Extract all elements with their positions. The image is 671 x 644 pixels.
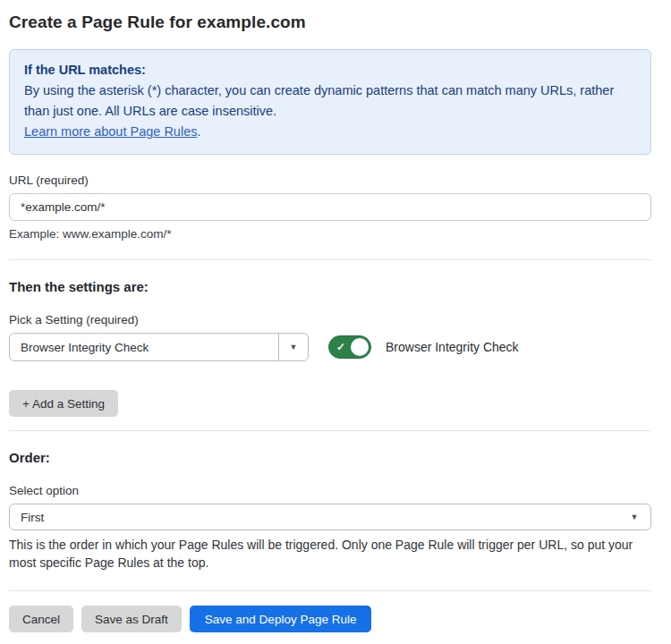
toggle-knob — [351, 338, 369, 356]
setting-row: Browser Integrity Check ▼ ✓ Browser Inte… — [9, 333, 651, 361]
save-as-draft-button[interactable]: Save as Draft — [81, 606, 182, 632]
page-title: Create a Page Rule for example.com — [9, 13, 651, 32]
check-icon: ✓ — [336, 342, 345, 352]
url-match-info-box: If the URL matches: By using the asteris… — [9, 49, 651, 155]
setting-select-value: Browser Integrity Check — [10, 334, 278, 360]
order-select[interactable]: First ▼ — [9, 504, 651, 530]
settings-section-heading: Then the settings are: — [9, 279, 651, 294]
setting-select[interactable]: Browser Integrity Check ▼ — [9, 333, 309, 361]
url-hint: Example: www.example.com/* — [9, 227, 651, 241]
chevron-down-icon: ▼ — [618, 504, 650, 530]
learn-more-link[interactable]: Learn more about Page Rules — [24, 124, 197, 139]
info-box-body: By using the asterisk (*) character, you… — [24, 80, 636, 122]
order-section-heading: Order: — [9, 450, 651, 465]
save-and-deploy-button[interactable]: Save and Deploy Page Rule — [190, 606, 372, 632]
chevron-down-icon[interactable]: ▼ — [278, 334, 308, 360]
link-suffix: . — [197, 124, 200, 139]
url-input[interactable] — [9, 193, 651, 221]
page-rule-form: Create a Page Rule for example.com If th… — [0, 0, 671, 632]
toggle-label: Browser Integrity Check — [386, 340, 519, 354]
footer-actions: Cancel Save as Draft Save and Deploy Pag… — [9, 606, 651, 632]
order-select-value: First — [10, 504, 618, 530]
info-box-heading: If the URL matches: — [24, 60, 636, 80]
setting-picker-label: Pick a Setting (required) — [9, 313, 651, 326]
browser-integrity-toggle[interactable]: ✓ — [328, 335, 371, 359]
divider — [9, 590, 651, 591]
info-box-link-line: Learn more about Page Rules. — [24, 122, 636, 142]
order-description: This is the order in which your Page Rul… — [9, 537, 651, 572]
add-setting-button[interactable]: + Add a Setting — [9, 390, 118, 417]
cancel-button[interactable]: Cancel — [9, 606, 73, 632]
divider — [9, 430, 651, 431]
order-select-label: Select option — [9, 484, 651, 497]
url-label: URL (required) — [9, 174, 651, 187]
divider — [9, 259, 651, 260]
